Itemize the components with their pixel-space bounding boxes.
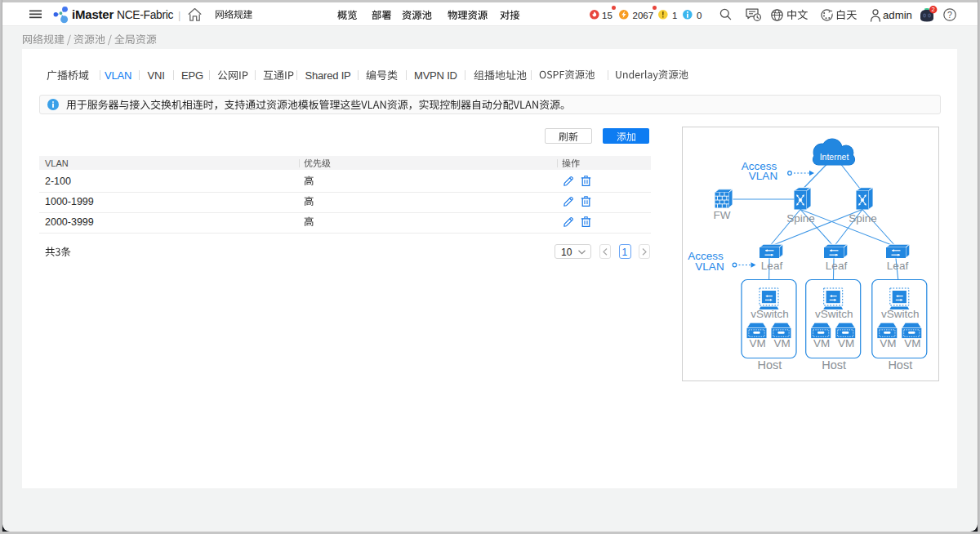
svg-text:2: 2 <box>932 6 935 13</box>
svg-text:vSwitch: vSwitch <box>815 308 853 320</box>
svg-text:VM: VM <box>838 337 854 349</box>
svg-text:VLAN: VLAN <box>749 170 777 182</box>
svg-text:Leaf: Leaf <box>826 260 848 272</box>
svg-text:Internet: Internet <box>820 152 849 162</box>
svg-text:vSwitch: vSwitch <box>751 308 789 320</box>
svg-text:VM: VM <box>880 337 896 349</box>
svg-text:VM: VM <box>749 337 765 349</box>
svg-text:Leaf: Leaf <box>887 260 909 272</box>
svg-text:Leaf: Leaf <box>761 260 783 272</box>
svg-text:VM: VM <box>904 337 920 349</box>
svg-text:Host: Host <box>758 358 782 372</box>
svg-text:FW: FW <box>714 209 731 221</box>
svg-text:?: ? <box>947 10 952 20</box>
svg-text:VM: VM <box>773 337 790 349</box>
svg-text:Host: Host <box>888 358 912 372</box>
svg-text:vSwitch: vSwitch <box>881 308 920 320</box>
svg-text:VLAN: VLAN <box>695 260 724 273</box>
svg-text:Spine: Spine <box>786 212 815 225</box>
svg-text:Spine: Spine <box>849 212 877 225</box>
svg-text:VM: VM <box>813 337 830 349</box>
svg-text:Host: Host <box>822 358 846 372</box>
